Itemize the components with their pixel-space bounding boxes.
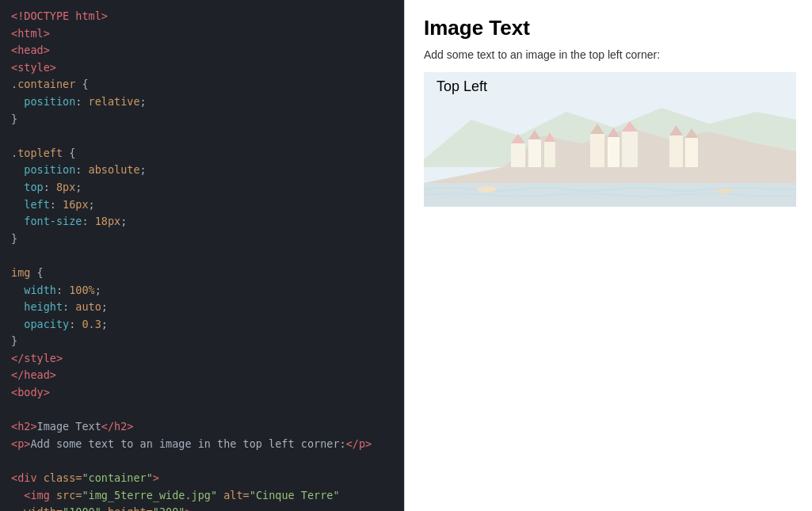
code-token: "Cinque Terre"	[250, 489, 340, 501]
code-token: </h2>	[101, 420, 134, 433]
code-token: <style>	[11, 61, 56, 74]
code-line: <html>	[11, 25, 393, 43]
svg-rect-7	[544, 142, 555, 167]
svg-point-21	[717, 189, 733, 194]
code-token: .container	[11, 78, 75, 90]
code-line: .topleft {	[11, 145, 393, 162]
code-token: ;	[140, 95, 147, 108]
image-container: Top Left	[424, 72, 796, 207]
code-token: ;	[140, 163, 147, 176]
code-token: opacity	[11, 318, 69, 330]
code-token: :	[50, 198, 63, 211]
code-line: position: relative;	[11, 93, 393, 111]
code-token: :	[56, 284, 69, 296]
code-token: auto	[75, 300, 101, 313]
code-token: </style>	[11, 352, 63, 364]
svg-rect-11	[608, 137, 619, 167]
preview-description: Add some text to an image in the top lef…	[424, 48, 793, 61]
code-token: class=	[37, 471, 82, 484]
code-token: :	[44, 181, 56, 193]
code-line	[11, 247, 393, 265]
code-line: width="1000" height="300">	[11, 504, 393, 511]
code-token: height=	[101, 505, 153, 511]
code-line: <p>Add some text to an image in the top …	[11, 436, 393, 453]
code-token: 18px	[95, 215, 121, 227]
code-token: Add some text to an image in the top lef…	[30, 437, 345, 450]
code-token: absolute	[89, 163, 140, 176]
code-token: img	[11, 266, 30, 279]
code-line: <div class="container">	[11, 470, 393, 487]
code-token: ;	[101, 318, 108, 330]
code-line: left: 16px;	[11, 196, 393, 214]
svg-point-20	[478, 186, 497, 193]
code-line: }	[11, 111, 393, 128]
code-token: {	[75, 78, 88, 90]
code-token: position	[11, 163, 75, 176]
code-line	[11, 402, 393, 419]
code-line: </head>	[11, 367, 393, 384]
code-token: font-size	[11, 215, 82, 227]
code-line: font-size: 18px;	[11, 213, 393, 231]
code-line: <!DOCTYPE html>	[11, 8, 393, 25]
code-line: .container {	[11, 76, 393, 93]
preview-title: Image Text	[424, 16, 793, 40]
code-line: opacity: 0.3;	[11, 316, 393, 334]
code-token: top	[11, 181, 44, 193]
code-line	[11, 128, 393, 145]
code-token: "container"	[82, 471, 152, 484]
code-token: }	[11, 232, 17, 245]
code-line: img {	[11, 265, 393, 282]
code-token: </head>	[11, 368, 56, 381]
code-line	[11, 452, 393, 470]
code-token: }	[11, 112, 17, 125]
code-line: <img src="img_5terre_wide.jpg" alt="Cinq…	[11, 487, 393, 505]
code-token: <p>	[11, 437, 30, 450]
code-token: height	[11, 300, 63, 313]
code-token: left	[11, 198, 50, 211]
code-token: ;	[75, 181, 82, 193]
code-token: src=	[50, 489, 82, 501]
code-token: ;	[120, 215, 127, 227]
code-token: <html>	[11, 27, 50, 40]
code-token: >	[153, 471, 159, 484]
code-line: }	[11, 333, 393, 350]
code-token: </p>	[346, 437, 372, 450]
code-token: :	[69, 318, 82, 330]
code-token: Image Text	[37, 420, 101, 433]
code-token: alt=	[217, 489, 250, 501]
code-line: </style>	[11, 350, 393, 368]
code-token: width	[11, 284, 56, 296]
code-token: <!DOCTYPE html>	[11, 10, 108, 22]
code-token: position	[11, 95, 75, 108]
code-token: "300"	[153, 505, 185, 511]
code-line: <h2>Image Text</h2>	[11, 418, 393, 436]
code-token: ;	[101, 300, 108, 313]
code-token: <head>	[11, 44, 50, 56]
code-token: "img_5terre_wide.jpg"	[82, 489, 217, 501]
overlay-text: Top Left	[436, 78, 487, 95]
code-line: top: 8px;	[11, 179, 393, 196]
code-token: ;	[95, 284, 101, 296]
code-token: }	[11, 334, 17, 347]
code-line: width: 100%;	[11, 282, 393, 299]
svg-rect-17	[685, 138, 698, 167]
code-token: "1000"	[63, 505, 101, 511]
code-token: width=	[11, 505, 63, 511]
code-editor: <!DOCTYPE html><html><head><style>.conta…	[0, 0, 404, 511]
svg-rect-13	[622, 132, 638, 167]
code-token: <div	[11, 471, 37, 484]
svg-rect-15	[669, 135, 683, 167]
code-token: <body>	[11, 386, 50, 399]
code-token: .topleft	[11, 147, 63, 159]
code-token: {	[63, 147, 75, 159]
code-token: :	[63, 300, 75, 313]
code-token: ;	[89, 198, 95, 211]
code-line: <style>	[11, 59, 393, 77]
svg-rect-5	[528, 139, 541, 167]
code-token: {	[30, 266, 43, 279]
code-token: :	[82, 215, 94, 227]
code-token: :	[75, 95, 88, 108]
code-token: <h2>	[11, 420, 37, 433]
code-line: <head>	[11, 42, 393, 59]
code-token: 8px	[56, 181, 75, 193]
